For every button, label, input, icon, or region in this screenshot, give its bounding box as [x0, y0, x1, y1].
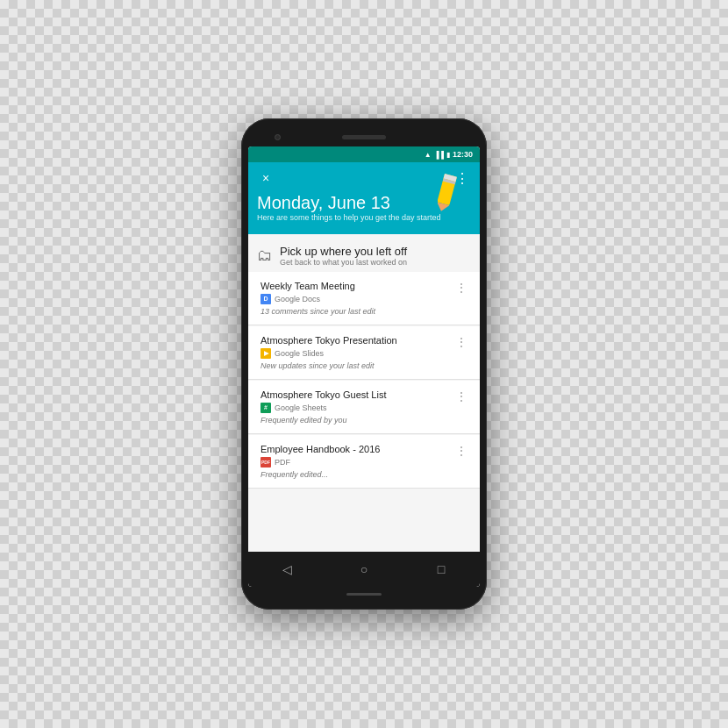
- close-button[interactable]: ×: [257, 169, 275, 187]
- doc-info-3: Atmosphere Tokyo Guest List # Google She…: [261, 389, 452, 425]
- back-button[interactable]: ◁: [274, 556, 300, 582]
- doc-info-1: Weekly Team Meeting D Google Docs 13 com…: [261, 281, 452, 316]
- phone-bottom-area: [248, 587, 480, 601]
- section-subtitle: Get back to what you last worked on: [280, 258, 407, 267]
- status-time: 12:30: [453, 150, 473, 159]
- doc-type-row-3: # Google Sheets: [261, 403, 452, 413]
- app-header: × ⋮ Monday, June 13 Here are some things…: [248, 162, 480, 234]
- doc-type-label-1: Google Docs: [275, 295, 320, 303]
- briefcase-icon: 🗂: [257, 246, 273, 265]
- signal-icon: ▐▐: [434, 151, 444, 159]
- pencil-decoration: [438, 169, 473, 213]
- sheets-icon-3: #: [261, 403, 271, 413]
- doc-title-2: Atmosphere Tokyo Presentation: [261, 335, 452, 346]
- section-header: 🗂 Pick up where you left off Get back to…: [248, 234, 480, 272]
- phone-screen: ▲ ▐▐ ▮ 12:30 × ⋮ Monday, June 13: [248, 146, 480, 587]
- content-area: 🗂 Pick up where you left off Get back to…: [248, 234, 480, 552]
- status-bar: ▲ ▐▐ ▮ 12:30: [248, 146, 480, 162]
- doc-info-4: Employee Handbook - 2016 PDF PDF Frequen…: [261, 444, 452, 479]
- phone-top-bar: [248, 127, 480, 146]
- doc-status-3: Frequently edited by you: [261, 416, 452, 425]
- doc-info-2: Atmosphere Tokyo Presentation ▶ Google S…: [261, 335, 452, 370]
- phone-speaker: [342, 135, 386, 139]
- phone-device: ▲ ▐▐ ▮ 12:30 × ⋮ Monday, June 13: [241, 118, 487, 610]
- doc-type-row-1: D Google Docs: [261, 294, 452, 304]
- phone-camera: [275, 134, 281, 140]
- doc-more-button-3[interactable]: ⋮: [452, 389, 471, 403]
- doc-type-row-4: PDF PDF: [261, 457, 452, 467]
- docs-icon-1: D: [261, 294, 271, 304]
- wifi-icon: ▲: [425, 151, 432, 159]
- doc-card-4[interactable]: Employee Handbook - 2016 PDF PDF Frequen…: [248, 435, 480, 489]
- doc-type-label-3: Google Sheets: [275, 403, 327, 412]
- doc-type-label-4: PDF: [275, 458, 290, 467]
- doc-title-3: Atmosphere Tokyo Guest List: [261, 389, 452, 400]
- header-subtitle: Here are some things to help you get the…: [257, 213, 471, 224]
- recents-button[interactable]: □: [428, 556, 454, 582]
- doc-status-4: Frequently edited...: [261, 470, 452, 479]
- pdf-icon-4: PDF: [261, 457, 271, 467]
- doc-status-2: New updates since your last edit: [261, 361, 452, 370]
- doc-card-3[interactable]: Atmosphere Tokyo Guest List # Google She…: [248, 381, 480, 434]
- home-button[interactable]: ○: [351, 556, 377, 582]
- doc-more-button-1[interactable]: ⋮: [452, 281, 471, 295]
- battery-icon: ▮: [446, 151, 450, 159]
- slides-icon-2: ▶: [261, 348, 271, 359]
- doc-card-2[interactable]: Atmosphere Tokyo Presentation ▶ Google S…: [248, 326, 480, 380]
- home-indicator: [346, 593, 382, 596]
- doc-type-row-2: ▶ Google Slides: [261, 348, 452, 359]
- doc-title-4: Employee Handbook - 2016: [261, 444, 452, 454]
- doc-more-button-4[interactable]: ⋮: [452, 444, 471, 458]
- doc-more-button-2[interactable]: ⋮: [452, 335, 471, 349]
- bottom-nav: ◁ ○ □: [248, 552, 480, 587]
- section-title-block: Pick up where you left off Get back to w…: [280, 245, 407, 267]
- doc-title-1: Weekly Team Meeting: [261, 281, 452, 291]
- section-title: Pick up where you left off: [280, 245, 407, 258]
- status-icons: ▲ ▐▐ ▮ 12:30: [425, 150, 473, 159]
- doc-status-1: 13 comments since your last edit: [261, 307, 452, 316]
- doc-card-1[interactable]: Weekly Team Meeting D Google Docs 13 com…: [248, 272, 480, 325]
- doc-type-label-2: Google Slides: [275, 349, 324, 358]
